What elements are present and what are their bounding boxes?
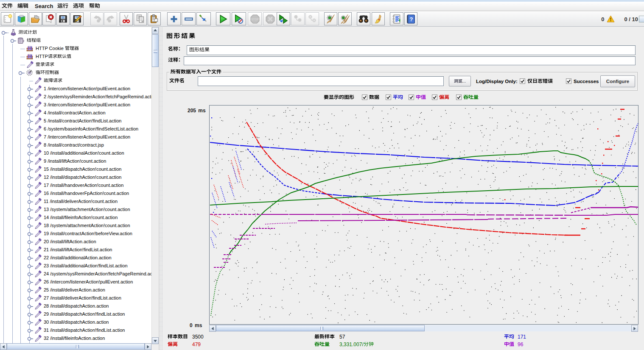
svg-text:?: ? [409,16,413,22]
svg-text:STOP: STOP [251,18,259,21]
